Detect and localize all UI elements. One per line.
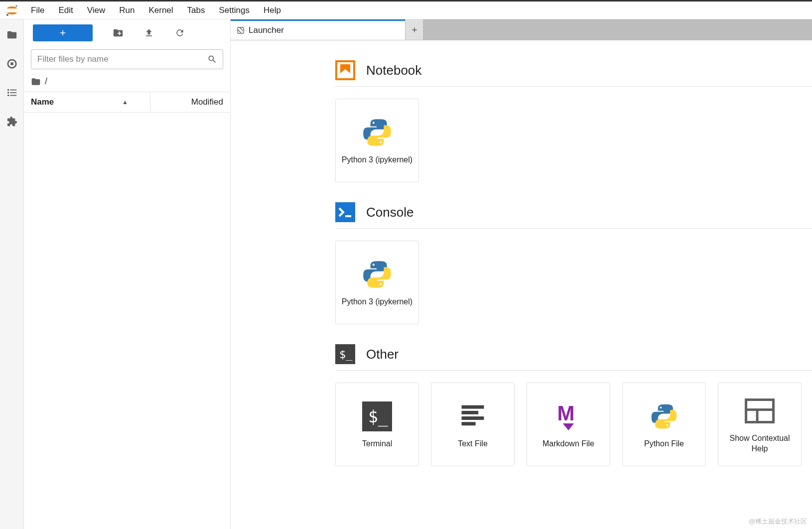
menu-tabs[interactable]: Tabs: [180, 1, 212, 19]
help-panel-icon: [743, 395, 776, 427]
section-console: Console Python 3 (ipykernel): [335, 202, 812, 324]
card-notebook-python3[interactable]: Python 3 (ipykernel): [335, 99, 419, 182]
python-icon: [648, 400, 680, 433]
svg-rect-6: [10, 62, 13, 65]
section-title: Notebook: [366, 63, 421, 78]
filter-input[interactable]: [31, 49, 223, 69]
extensions-icon[interactable]: [6, 116, 17, 127]
running-kernels-icon[interactable]: [6, 58, 17, 69]
tab-bar: Launcher: [231, 19, 812, 40]
column-name[interactable]: Name ▲: [24, 92, 150, 112]
section-notebook: Notebook Python 3 (ipykernel): [335, 60, 812, 182]
card-label: Show Contextual Help: [718, 433, 801, 454]
text-file-icon: [456, 400, 489, 433]
python-icon: [361, 116, 394, 149]
menu-kernel[interactable]: Kernel: [141, 1, 180, 19]
activity-bar: [0, 19, 24, 529]
new-tab-button[interactable]: [405, 19, 423, 40]
workspace: Launcher Notebook: [231, 19, 812, 529]
card-markdown-file[interactable]: M Markdown File: [527, 383, 610, 466]
tab-launcher[interactable]: Launcher: [231, 19, 405, 40]
menubar: File Edit View Run Kernel Tabs Settings …: [0, 1, 812, 19]
svg-text:$_: $_: [368, 407, 388, 427]
plus-icon: [410, 26, 418, 34]
card-label: Terminal: [358, 439, 396, 449]
svg-rect-8: [10, 90, 16, 91]
card-terminal[interactable]: $_ Terminal: [335, 383, 419, 466]
svg-rect-22: [462, 410, 479, 414]
card-console-python3[interactable]: Python 3 (ipykernel): [335, 241, 419, 324]
svg-point-3: [15, 5, 17, 7]
menu-settings[interactable]: Settings: [212, 1, 257, 19]
file-browser-toolbar: [24, 19, 230, 46]
folder-icon: [31, 77, 41, 87]
svg-rect-15: [335, 202, 355, 222]
column-modified[interactable]: Modified: [150, 92, 230, 112]
upload-button[interactable]: [143, 27, 154, 38]
card-text-file[interactable]: Text File: [431, 383, 515, 466]
svg-rect-10: [10, 92, 16, 93]
file-list-header: Name ▲ Modified: [24, 92, 230, 113]
section-title: Other: [366, 347, 399, 362]
menu-run[interactable]: Run: [112, 1, 141, 19]
svg-point-9: [7, 92, 9, 94]
svg-rect-23: [462, 416, 484, 420]
card-contextual-help[interactable]: Show Contextual Help: [718, 383, 802, 466]
svg-rect-24: [462, 422, 476, 425]
section-title: Console: [366, 205, 413, 220]
card-label: Python 3 (ipykernel): [338, 297, 416, 307]
other-section-icon: $_: [335, 344, 355, 364]
new-launcher-button[interactable]: [33, 24, 93, 41]
new-folder-button[interactable]: [113, 27, 124, 38]
sort-ascending-icon: ▲: [122, 99, 128, 106]
card-label: Python File: [640, 439, 688, 449]
card-label: Python 3 (ipykernel): [338, 155, 416, 165]
notebook-section-icon: [335, 60, 355, 80]
watermark: @稀土掘金技术社区: [749, 517, 807, 526]
card-label: Markdown File: [539, 439, 598, 449]
svg-point-4: [6, 14, 8, 16]
svg-text:$_: $_: [339, 348, 353, 361]
svg-text:M: M: [557, 402, 575, 425]
terminal-icon: $_: [361, 400, 394, 433]
launcher-panel: Notebook Python 3 (ipykernel): [231, 40, 812, 529]
menu-help[interactable]: Help: [257, 1, 288, 19]
launcher-tab-icon: [237, 26, 245, 34]
toc-icon[interactable]: [6, 87, 17, 98]
column-name-label: Name: [31, 97, 54, 107]
svg-point-11: [7, 95, 9, 97]
refresh-button[interactable]: [174, 27, 185, 38]
section-other: $_ Other $_ Terminal Te: [335, 344, 812, 466]
svg-rect-12: [10, 95, 16, 96]
breadcrumb[interactable]: /: [24, 69, 230, 92]
console-section-icon: [335, 202, 355, 222]
markdown-icon: M: [552, 400, 585, 433]
menu-file[interactable]: File: [24, 1, 51, 19]
svg-point-7: [7, 89, 9, 91]
folder-icon[interactable]: [6, 29, 17, 40]
breadcrumb-root: /: [45, 76, 47, 87]
svg-rect-14: [336, 61, 354, 79]
card-python-file[interactable]: Python File: [622, 383, 706, 466]
search-icon: [207, 54, 217, 64]
svg-rect-2: [7, 8, 17, 12]
python-icon: [361, 258, 394, 291]
file-list-empty: [24, 113, 230, 529]
jupyter-logo-icon: [5, 3, 19, 17]
menu-edit[interactable]: Edit: [51, 1, 80, 19]
card-label: Text File: [454, 439, 492, 449]
filter-files: [31, 49, 223, 69]
svg-rect-21: [462, 405, 484, 408]
tab-label: Launcher: [249, 25, 284, 35]
svg-rect-16: [345, 215, 351, 217]
menu-view[interactable]: View: [80, 1, 113, 19]
file-browser-panel: / Name ▲ Modified: [24, 19, 231, 529]
